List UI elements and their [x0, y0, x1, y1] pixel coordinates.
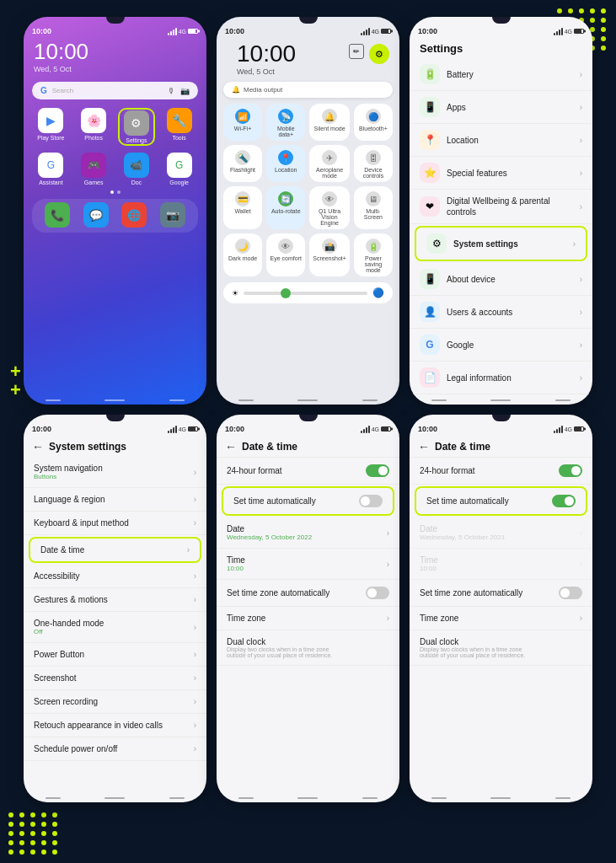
sys-item-nav[interactable]: System navigationButtons ›: [24, 457, 206, 488]
settings-icon-highlighted[interactable]: ⚙: [369, 44, 389, 64]
status-bar-5: 10:00 4G: [217, 421, 399, 435]
dock-phone[interactable]: 📞: [40, 202, 74, 228]
tile-screenshot[interactable]: 📸 Screenshot+: [309, 233, 350, 276]
tile-silent[interactable]: 🔔 Silent mode: [309, 104, 350, 141]
sys-item-one-handed[interactable]: One-handed modeOff ›: [24, 612, 206, 643]
phone-notch-5: [299, 415, 318, 421]
app-assistant[interactable]: G Assistant: [32, 153, 70, 185]
app-photos[interactable]: 🌸 Photos: [75, 108, 113, 146]
app-doc[interactable]: 📹 Doc: [118, 153, 156, 185]
decorative-plus: ++: [10, 362, 21, 399]
status-bar-6: 10:00 4G: [410, 421, 592, 435]
sys-item-keyboard[interactable]: Keyboard & input method ›: [24, 512, 206, 535]
status-right-1: 4G: [168, 28, 198, 35]
toggle-auto-time-5[interactable]: [359, 495, 383, 507]
tile-wallet[interactable]: 💳 Wallet: [223, 186, 262, 229]
tile-mobile-data[interactable]: 📡 Mobile data+: [266, 104, 305, 141]
nav-bar-1: [24, 394, 206, 405]
sys-item-retouch[interactable]: Retouch appearance in video calls ›: [24, 714, 206, 737]
sys-item-gestures[interactable]: Gestures & motions ›: [24, 588, 206, 612]
nav-bar-3: [410, 394, 592, 405]
sys-item-schedule[interactable]: Schedule power on/off ›: [24, 737, 206, 761]
settings-digital-wellbeing[interactable]: ❤ Digital Wellbeing & parental controls …: [410, 190, 592, 224]
tile-vision-engine[interactable]: 👁 Q1 Ultra Vision Engine: [309, 186, 350, 229]
dt-auto-timezone-6[interactable]: Set time zone automatically: [410, 580, 592, 607]
app-google[interactable]: G Google: [160, 153, 198, 185]
dt-timezone-5[interactable]: Time zone ›: [217, 607, 399, 630]
tile-dark-mode[interactable]: 🌙 Dark mode: [223, 233, 262, 276]
settings-about[interactable]: 📱 About device ›: [410, 263, 592, 296]
dt-date-6: Date Wednesday, 5 October 2021 ›: [410, 517, 592, 549]
status-icons-4: 4G: [168, 426, 198, 433]
phone-notch: [106, 17, 125, 24]
back-arrow-4[interactable]: ←: [32, 440, 44, 453]
settings-apps[interactable]: 📱 Apps ›: [410, 91, 592, 124]
tile-flashlight[interactable]: 🔦 Flashlight: [223, 145, 262, 182]
toggle-24h-6[interactable]: [559, 464, 582, 477]
settings-legal[interactable]: 📄 Legal information ›: [410, 362, 592, 394]
phone-dock: 📞 💬 🌐 📷: [32, 199, 198, 233]
settings-battery[interactable]: 🔋 Battery ›: [410, 58, 592, 91]
settings-special-features[interactable]: ⭐ Special features ›: [410, 157, 592, 190]
settings-users[interactable]: 👤 Users & accounts ›: [410, 296, 592, 329]
toggle-24h-5[interactable]: [366, 464, 389, 477]
tile-location[interactable]: 📍 Location: [266, 145, 305, 182]
app-tools[interactable]: 🔧 Tools: [160, 108, 198, 146]
sys-item-accessibility[interactable]: Accessibility ›: [24, 565, 206, 588]
dt-time-5[interactable]: Time 10:00 ›: [217, 549, 399, 580]
brightness-slider[interactable]: ☀ 🔵: [223, 282, 393, 303]
tile-aeroplane[interactable]: ✈ Aeroplane mode: [309, 145, 350, 182]
nav-bar-2: [217, 394, 399, 405]
media-output[interactable]: 🔔 Media output: [223, 82, 393, 98]
sys-item-screen-recording[interactable]: Screen recording ›: [24, 690, 206, 714]
dt-24hour-5[interactable]: 24-hour format: [217, 458, 399, 485]
tile-eye-comfort[interactable]: 👁 Eye comfort: [266, 233, 305, 276]
dt-title-6: Date & time: [435, 441, 490, 453]
dt-timezone-6[interactable]: Time zone ›: [410, 607, 592, 630]
toggle-auto-tz-6[interactable]: [559, 587, 582, 599]
toggle-auto-time-6[interactable]: [552, 495, 576, 507]
phone-notch-4: [106, 415, 125, 421]
sys-item-power-button[interactable]: Power Button ›: [24, 643, 206, 667]
app-games[interactable]: 🎮 Games: [75, 153, 113, 185]
tile-device-controls[interactable]: 🎛 Device controls: [354, 145, 393, 182]
phone-homescreen: 10:00 4G 10:00 Wed, 5 Oct G Search 🎙 📷: [24, 17, 206, 405]
dt-auto-timezone-5[interactable]: Set time zone automatically: [217, 580, 399, 607]
tile-wifi[interactable]: 📶 Wi-Fi+: [223, 104, 262, 141]
sys-item-datetime-highlighted[interactable]: Date & time ›: [29, 537, 201, 563]
dock-chrome[interactable]: 🌐: [118, 202, 152, 228]
app-settings-highlighted[interactable]: ⚙ Settings: [118, 108, 156, 146]
settings-system-highlighted[interactable]: ⚙ System settings ›: [415, 226, 587, 261]
search-bar[interactable]: G Search 🎙 📷: [32, 82, 198, 99]
app-play-store[interactable]: ▶ Play Store: [32, 108, 70, 146]
back-arrow-5[interactable]: ←: [225, 440, 237, 453]
dt-time-6: Time 10:00 ›: [410, 549, 592, 580]
sys-item-language[interactable]: Language & region ›: [24, 488, 206, 512]
dt-auto-time-5-highlighted[interactable]: Set time automatically: [222, 486, 394, 516]
dock-camera[interactable]: 📷: [156, 202, 190, 228]
status-bar-3: 10:00 4G: [410, 24, 592, 37]
toggle-auto-tz-5[interactable]: [366, 587, 389, 599]
phones-grid: 10:00 4G 10:00 Wed, 5 Oct G Search 🎙 📷: [0, 0, 616, 819]
edit-icon[interactable]: ✏: [349, 44, 364, 59]
status-bar-2: 10:00 4G: [217, 24, 399, 37]
settings-google[interactable]: G Google ›: [410, 329, 592, 362]
dock-messages[interactable]: 💬: [79, 202, 113, 228]
tile-auto-rotate[interactable]: 🔄 Auto-rotate: [266, 186, 305, 229]
back-arrow-6[interactable]: ←: [418, 440, 430, 453]
qs-date: Wed, 5 Oct: [227, 67, 306, 79]
dt-nav-5: ← Date & time: [217, 435, 399, 458]
sys-item-screenshot[interactable]: Screenshot ›: [24, 667, 206, 690]
dt-date-5[interactable]: Date Wednesday, 5 October 2022 ›: [217, 517, 399, 549]
nav-bar-5: [217, 792, 399, 802]
qs-time: 10:00: [227, 39, 306, 67]
tile-multi-screen[interactable]: 🖥 Multi-Screen: [354, 186, 393, 229]
tile-bluetooth[interactable]: 🔵 Bluetooth+: [354, 104, 393, 141]
dt-24hour-6[interactable]: 24-hour format: [410, 458, 592, 485]
dt-auto-time-6-highlighted[interactable]: Set time automatically: [415, 486, 587, 516]
time-5: 10:00: [225, 425, 244, 433]
tile-power-saving[interactable]: 🔋 Power saving mode: [354, 233, 393, 276]
time-2: 10:00: [225, 27, 244, 35]
settings-location[interactable]: 📍 Location ›: [410, 124, 592, 157]
status-icons-2: 4G: [361, 28, 391, 35]
